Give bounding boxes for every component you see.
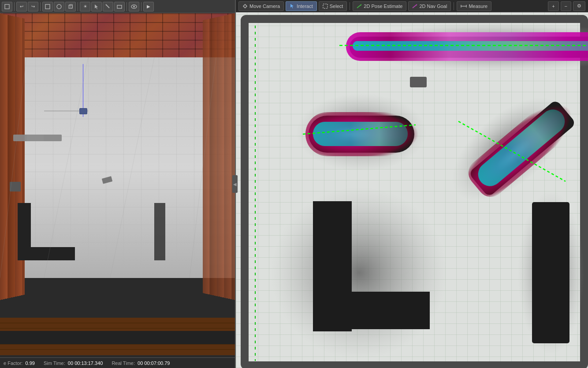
nav-goal-button[interactable]: 2D Nav Goal xyxy=(408,1,451,11)
undo-button[interactable]: ↩ xyxy=(16,2,27,11)
toolbar-separator-5 xyxy=(141,2,141,11)
arrow-tool-button[interactable]: ▶ xyxy=(143,2,154,11)
cube-tool-button[interactable] xyxy=(65,2,76,11)
floor-grid xyxy=(0,57,235,278)
resize-handle[interactable]: ◀ xyxy=(232,175,238,193)
interact-icon xyxy=(290,4,295,9)
circle-tool-button[interactable] xyxy=(54,2,64,11)
select-label: Select xyxy=(330,4,343,9)
measure-button[interactable]: Measure xyxy=(457,1,491,11)
toolbar-separator xyxy=(14,2,15,11)
status-bar: e Factor: 0.99 Sim Time: 00 00:13:17.340… xyxy=(0,357,235,368)
svg-rect-0 xyxy=(5,4,9,9)
svg-rect-35 xyxy=(323,4,327,8)
pose-estimate-label: 2D Pose Estimate xyxy=(364,4,402,9)
toolbar-sep-2 xyxy=(454,2,454,10)
viewport-canvas xyxy=(0,13,235,357)
left-wall xyxy=(0,13,25,300)
sim-time-label: Sim Time: 00 00:13:17.340 xyxy=(44,360,103,366)
move-camera-label: Move Camera xyxy=(249,4,280,9)
interact-button[interactable]: Interact xyxy=(286,1,317,11)
real-time-label: Real Time: 00 00:07:00.79 xyxy=(112,360,170,366)
move-camera-icon xyxy=(242,4,248,9)
redo-button[interactable]: ↪ xyxy=(28,2,38,11)
sim-time-value: 00 00:13:17.340 xyxy=(68,360,103,366)
minus-button[interactable]: − xyxy=(561,1,571,11)
svg-point-2 xyxy=(57,4,61,9)
plus-button[interactable]: + xyxy=(548,1,558,11)
scale-factor-text: e Factor: xyxy=(4,360,22,366)
svg-marker-34 xyxy=(290,4,294,8)
select-tool-button[interactable] xyxy=(91,2,102,11)
svg-point-10 xyxy=(133,6,135,8)
interact-label: Interact xyxy=(297,4,313,9)
toolbar-separator-2 xyxy=(40,2,41,11)
brick-ceiling xyxy=(0,13,235,57)
toolbar-sep-1 xyxy=(350,2,350,10)
resize-arrow-icon: ◀ xyxy=(233,182,237,187)
select-button[interactable]: Select xyxy=(319,1,347,11)
sun-tool-button[interactable]: ☀ xyxy=(80,2,90,11)
sim-time-text: Sim Time: xyxy=(44,360,65,366)
measure-icon xyxy=(461,4,467,9)
map-grid xyxy=(236,12,588,368)
main-container: ↩ ↪ ☀ xyxy=(0,0,588,368)
svg-marker-5 xyxy=(95,4,98,9)
right-panel: Move Camera Interact Select xyxy=(236,0,588,368)
bottom-strip xyxy=(0,331,235,344)
svg-line-6 xyxy=(106,4,109,8)
svg-rect-8 xyxy=(117,5,122,8)
scale-factor-value: 0.99 xyxy=(25,360,34,366)
viewport-3d[interactable] xyxy=(0,13,235,357)
rect-tool-button[interactable] xyxy=(114,2,125,11)
settings-icon: ⚙ xyxy=(577,3,581,9)
toolbar-icon-btn[interactable] xyxy=(2,2,12,11)
nav-goal-label: 2D Nav Goal xyxy=(419,4,447,9)
map-canvas xyxy=(236,12,588,368)
map-viewport[interactable] xyxy=(236,12,588,368)
svg-rect-1 xyxy=(45,4,50,9)
minus-icon: − xyxy=(565,4,567,9)
pose-estimate-button[interactable]: 2D Pose Estimate xyxy=(353,1,406,11)
settings-button[interactable]: ⚙ xyxy=(573,1,585,11)
plus-icon: + xyxy=(552,4,555,9)
eye-tool-button[interactable] xyxy=(129,2,139,11)
real-time-text: Real Time: xyxy=(112,360,135,366)
left-panel: ↩ ↪ ☀ xyxy=(0,0,236,368)
paint-tool-button[interactable] xyxy=(103,2,113,11)
measure-label: Measure xyxy=(469,4,488,9)
pose-estimate-icon xyxy=(357,4,362,9)
robot-body xyxy=(79,108,87,114)
right-toolbar: Move Camera Interact Select xyxy=(236,0,588,12)
scale-factor-label: e Factor: 0.99 xyxy=(4,360,35,366)
toolbar-separator-3 xyxy=(78,2,78,11)
move-camera-button[interactable]: Move Camera xyxy=(238,1,284,11)
toolbar-separator-4 xyxy=(127,2,127,11)
nav-goal-icon xyxy=(412,4,417,9)
box-tool-button[interactable] xyxy=(42,2,53,11)
right-wall xyxy=(203,13,235,300)
svg-point-29 xyxy=(244,5,246,8)
robot-object xyxy=(79,108,88,117)
left-toolbar: ↩ ↪ ☀ xyxy=(0,0,235,13)
real-time-value: 00 00:07:00.79 xyxy=(138,360,170,366)
select-icon xyxy=(323,4,328,9)
